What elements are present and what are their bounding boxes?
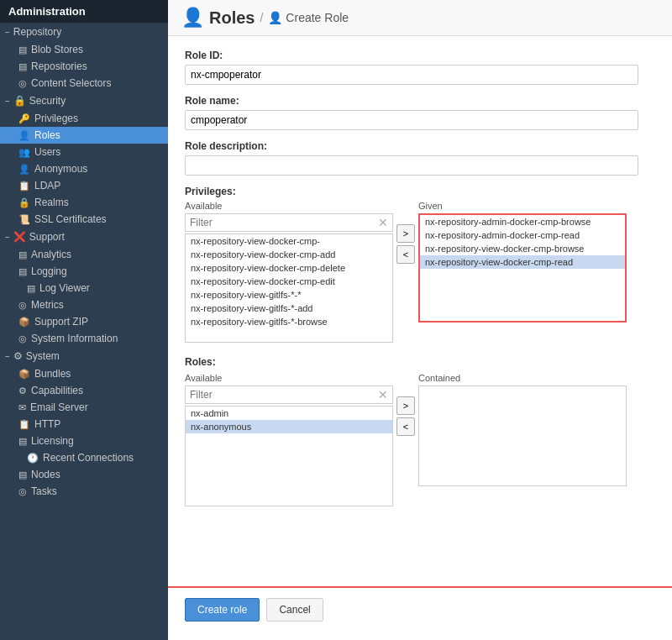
- support-icon: ❌: [13, 231, 26, 243]
- shield-icon: 🔒: [13, 95, 26, 107]
- sidebar-item-system-info[interactable]: ◎ System Information: [0, 330, 168, 347]
- cancel-button[interactable]: Cancel: [266, 598, 323, 622]
- roles-transfer-right-button[interactable]: >: [396, 396, 415, 415]
- privileges-transfer-buttons: > <: [396, 201, 415, 264]
- roles-icon: 👤: [18, 130, 30, 141]
- roles-filter-clear[interactable]: ✕: [374, 386, 392, 403]
- privileges-group: Privileges: Available ✕ nx-repository-vi…: [185, 186, 655, 343]
- sidebar-item-roles[interactable]: 👤 Roles: [0, 127, 168, 144]
- sidebar-item-anonymous[interactable]: 👤 Anonymous: [0, 160, 168, 177]
- sidebar-item-tasks[interactable]: ◎ Tasks: [0, 483, 168, 500]
- footer-buttons: Create role Cancel: [168, 586, 672, 632]
- section-label: Support: [29, 231, 65, 243]
- privileges-dual-list: Available ✕ nx-repository-view-docker-cm…: [185, 201, 655, 343]
- privileges-label: Privileges:: [185, 186, 655, 197]
- caret-icon: −: [5, 28, 10, 37]
- sidebar-item-licensing[interactable]: ▤ Licensing: [0, 433, 168, 449]
- sidebar-section-security[interactable]: − 🔒 Security: [0, 92, 168, 110]
- sidebar-section-support[interactable]: − ❌ Support: [0, 228, 168, 246]
- sidebar-item-nodes[interactable]: ▤ Nodes: [0, 466, 168, 483]
- http-icon: 📋: [18, 419, 30, 430]
- bundles-icon: 📦: [18, 369, 30, 380]
- repositories-icon: ▤: [18, 61, 27, 72]
- roles-contained-list[interactable]: [418, 386, 627, 486]
- sidebar-item-label: Nodes: [31, 469, 60, 480]
- role-description-input[interactable]: [185, 155, 638, 176]
- sidebar-item-ldap[interactable]: 📋 LDAP: [0, 177, 168, 194]
- sidebar-item-label: Repositories: [31, 60, 87, 72]
- sidebar-item-log-viewer[interactable]: ▤ Log Viewer: [0, 280, 168, 296]
- list-item[interactable]: nx-repository-view-docker-cmp-: [186, 234, 392, 248]
- logging-icon: ▤: [18, 266, 27, 277]
- available-filter-input[interactable]: [186, 214, 374, 231]
- nodes-icon: ▤: [18, 470, 27, 480]
- list-item[interactable]: nx-repository-admin-docker-cmp-read: [420, 228, 625, 242]
- role-name-input[interactable]: [185, 110, 638, 130]
- transfer-left-button[interactable]: <: [396, 245, 415, 264]
- list-item[interactable]: nx-anonymous: [186, 420, 392, 433]
- list-item[interactable]: nx-repository-view-gitlfs-*-add: [186, 302, 392, 315]
- sidebar-item-email-server[interactable]: ✉ Email Server: [0, 399, 168, 416]
- sidebar-item-privileges[interactable]: 🔑 Privileges: [0, 110, 168, 127]
- sidebar-item-label: Logging: [31, 265, 67, 277]
- sidebar-item-bundles[interactable]: 📦 Bundles: [0, 365, 168, 382]
- roles-section: Roles: Available ✕ nx-admin nx-anonymous: [185, 356, 655, 506]
- sidebar-item-http[interactable]: 📋 HTTP: [0, 416, 168, 433]
- sidebar-item-support-zip[interactable]: 📦 Support ZIP: [0, 313, 168, 330]
- roles-filter-input[interactable]: [186, 386, 374, 403]
- sidebar-item-label: Privileges: [34, 113, 78, 124]
- ldap-icon: 📋: [18, 181, 30, 191]
- breadcrumb-label: Create Role: [286, 11, 349, 24]
- available-label: Available: [185, 201, 393, 211]
- form-area: Role ID: Role name: Role description: Pr…: [168, 36, 672, 586]
- recent-connections-icon: 🕐: [27, 453, 39, 464]
- available-filter-clear[interactable]: ✕: [374, 214, 392, 231]
- sidebar-item-recent-connections[interactable]: 🕐 Recent Connections: [0, 449, 168, 466]
- role-id-group: Role ID:: [185, 50, 655, 85]
- roles-transfer-left-button[interactable]: <: [396, 417, 415, 436]
- list-item[interactable]: nx-repository-admin-docker-cmp-browse: [420, 215, 625, 228]
- roles-transfer-buttons: > <: [396, 373, 415, 436]
- sidebar-item-label: Anonymous: [34, 163, 87, 175]
- roles-header-icon: 👤: [181, 7, 204, 29]
- section-label: Security: [29, 95, 66, 107]
- available-list[interactable]: nx-repository-view-docker-cmp- nx-reposi…: [185, 233, 393, 343]
- transfer-right-button[interactable]: >: [396, 224, 415, 243]
- sidebar-item-logging[interactable]: ▤ Logging: [0, 263, 168, 280]
- available-panel: Available ✕ nx-repository-view-docker-cm…: [185, 201, 393, 343]
- create-role-button[interactable]: Create role: [185, 598, 260, 622]
- section-label: Repository: [13, 26, 61, 38]
- list-item[interactable]: nx-repository-view-docker-cmp-add: [186, 248, 392, 261]
- sidebar-item-realms[interactable]: 🔒 Realms: [0, 194, 168, 211]
- role-name-label: Role name:: [185, 95, 655, 107]
- sidebar-item-analytics[interactable]: ▤ Analytics: [0, 246, 168, 263]
- list-item[interactable]: nx-repository-view-docker-cmp-delete: [186, 261, 392, 275]
- sidebar-item-label: Licensing: [31, 435, 74, 447]
- list-item[interactable]: nx-admin: [186, 407, 392, 420]
- sidebar-item-content-selectors[interactable]: ◎ Content Selectors: [0, 75, 168, 92]
- sidebar-item-repositories[interactable]: ▤ Repositories: [0, 58, 168, 75]
- sidebar-section-system[interactable]: − ⚙ System: [0, 347, 168, 365]
- list-item[interactable]: nx-repository-view-gitlfs-*-browse: [186, 315, 392, 328]
- sidebar-item-metrics[interactable]: ◎ Metrics: [0, 296, 168, 313]
- list-item[interactable]: nx-repository-view-docker-cmp-browse: [420, 242, 625, 255]
- sidebar-section-repository[interactable]: − Repository: [0, 23, 168, 41]
- list-item[interactable]: nx-repository-view-docker-cmp-edit: [186, 275, 392, 288]
- realms-icon: 🔒: [18, 197, 30, 208]
- sidebar-item-label: Content Selectors: [31, 77, 111, 89]
- list-item[interactable]: nx-repository-view-gitlfs-*-*: [186, 288, 392, 302]
- given-list[interactable]: nx-repository-admin-docker-cmp-browse nx…: [418, 213, 627, 323]
- sidebar-item-blob-stores[interactable]: ▤ Blob Stores: [0, 41, 168, 58]
- role-id-input[interactable]: [185, 65, 638, 85]
- sidebar-item-label: Support ZIP: [34, 316, 88, 328]
- licensing-icon: ▤: [18, 436, 27, 447]
- sidebar-item-ssl-certificates[interactable]: 📜 SSL Certificates: [0, 211, 168, 228]
- roles-filter-box: ✕: [185, 386, 393, 404]
- caret-icon: −: [5, 233, 10, 242]
- sidebar-item-label: System Information: [31, 333, 118, 344]
- sidebar-item-capabilities[interactable]: ⚙ Capabilities: [0, 382, 168, 399]
- list-item[interactable]: nx-repository-view-docker-cmp-read: [420, 255, 625, 269]
- roles-contained-panel: Contained: [418, 373, 627, 486]
- sidebar-item-users[interactable]: 👥 Users: [0, 144, 168, 160]
- roles-available-list[interactable]: nx-admin nx-anonymous: [185, 406, 393, 506]
